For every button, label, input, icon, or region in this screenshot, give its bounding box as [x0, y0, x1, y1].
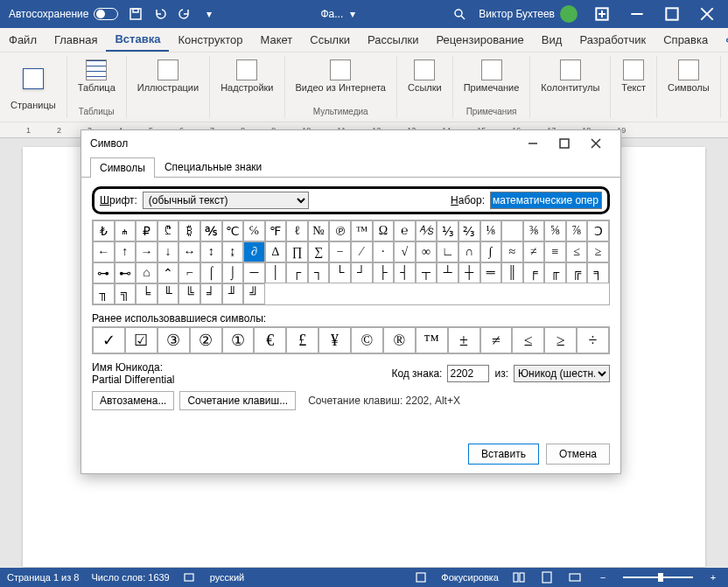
symbol-cell[interactable]: √ — [394, 241, 416, 262]
user-area[interactable]: Виктор Бухтеев — [479, 5, 578, 23]
maximize-icon[interactable] — [654, 0, 690, 28]
search-icon[interactable] — [449, 3, 470, 24]
symbol-cell[interactable]: ≡ — [544, 241, 566, 262]
symbol-cell[interactable]: ║ — [501, 262, 523, 283]
symbol-cell[interactable]: ↨ — [222, 241, 244, 262]
symbol-cell[interactable]: ╝ — [243, 283, 265, 304]
symbol-cell[interactable]: ╗ — [115, 283, 136, 304]
menu-file[interactable]: Файл — [0, 28, 46, 52]
recent-symbol-cell[interactable]: ± — [448, 327, 480, 353]
recent-symbol-cell[interactable]: ÷ — [577, 327, 609, 353]
symbol-cell[interactable]: ≠ — [523, 241, 545, 262]
symbol-cell[interactable]: → — [136, 241, 158, 262]
menu-home[interactable]: Главная — [46, 28, 106, 52]
redo-icon[interactable] — [174, 3, 195, 24]
autosave-toggle[interactable] — [94, 8, 118, 20]
symbol-cell[interactable]: ≥ — [587, 241, 609, 262]
symbol-cell[interactable]: ℉ — [265, 220, 287, 241]
dialog-maximize-icon[interactable] — [549, 130, 580, 157]
recent-symbol-cell[interactable]: ① — [222, 327, 255, 353]
symbol-cell[interactable]: ┐ — [308, 262, 330, 283]
symbol-cell[interactable]: ↕ — [200, 241, 222, 262]
symbol-cell[interactable]: ∩ — [458, 241, 480, 262]
symbol-cell[interactable]: ↔ — [178, 241, 200, 262]
symbol-cell[interactable]: ╔ — [566, 262, 588, 283]
ribbon-options-icon[interactable] — [584, 0, 620, 28]
symbol-cell[interactable]: ╛ — [200, 283, 222, 304]
code-input[interactable] — [447, 365, 489, 382]
status-focus[interactable]: Фокусировка — [441, 572, 499, 583]
symbol-cell[interactable]: ∑ — [308, 241, 330, 262]
insert-button[interactable]: Вставить — [468, 444, 539, 465]
text-button[interactable]: Текст — [618, 58, 649, 94]
symbol-cell[interactable]: − — [329, 241, 351, 262]
recent-symbol-cell[interactable]: ③ — [158, 327, 190, 353]
symbol-cell[interactable]: ₽ — [136, 220, 158, 241]
recent-symbol-cell[interactable]: £ — [286, 327, 318, 353]
symbol-cell[interactable]: ┘ — [351, 262, 373, 283]
symbol-cell[interactable]: ∟ — [437, 241, 458, 262]
font-select[interactable]: (обычный текст) — [143, 192, 309, 209]
symbol-cell[interactable]: ⅜ — [523, 220, 545, 241]
recent-symbol-cell[interactable]: ☑ — [125, 327, 158, 353]
menu-mailings[interactable]: Рассылки — [359, 28, 427, 52]
symbol-cell[interactable]: ⅞ — [566, 220, 588, 241]
recent-symbol-cell[interactable]: ② — [190, 327, 222, 353]
menu-design[interactable]: Конструктор — [169, 28, 251, 52]
symbol-cell[interactable]: ╙ — [158, 283, 179, 304]
save-icon[interactable] — [125, 3, 146, 24]
symbol-cell[interactable]: ∂ — [243, 241, 265, 262]
symbol-cell[interactable]: ≈ — [501, 241, 523, 262]
symbol-cell[interactable]: ℓ — [286, 220, 308, 241]
symbol-cell[interactable]: ≤ — [566, 241, 588, 262]
tab-symbols[interactable]: Символы — [90, 157, 155, 178]
doc-dropdown-icon[interactable]: ▾ — [350, 8, 355, 20]
dialog-minimize-icon[interactable] — [517, 130, 549, 157]
symbol-cell[interactable]: ⌡ — [222, 262, 244, 283]
recent-symbol-cell[interactable]: ≠ — [480, 327, 513, 353]
symbol-cell[interactable]: Ω — [373, 220, 395, 241]
table-button[interactable]: Таблица — [74, 58, 119, 94]
recent-symbol-cell[interactable]: © — [351, 327, 383, 353]
symbol-cell[interactable]: ╖ — [93, 283, 115, 304]
symbol-cell[interactable]: ╓ — [544, 262, 566, 283]
pages-button[interactable]: Страницы — [7, 58, 60, 112]
symbol-cell[interactable]: ₾ — [158, 220, 179, 241]
zoom-in-icon[interactable]: + — [705, 570, 721, 585]
symbol-cell[interactable] — [501, 220, 523, 241]
print-layout-icon[interactable] — [539, 570, 555, 585]
symbol-cell[interactable]: ┌ — [286, 262, 308, 283]
focus-icon[interactable] — [413, 570, 429, 585]
set-select[interactable]: математические опер — [490, 192, 602, 209]
minimize-icon[interactable] — [620, 0, 654, 28]
symbol-cell[interactable]: ∏ — [286, 241, 308, 262]
symbol-cell[interactable]: ℅ — [243, 220, 265, 241]
status-lang[interactable]: русский — [210, 572, 244, 583]
recent-symbol-cell[interactable]: ® — [383, 327, 416, 353]
symbol-cell[interactable]: ─ — [243, 262, 265, 283]
symbol-cell[interactable]: ∙ — [373, 241, 395, 262]
symbol-cell[interactable]: ™ — [351, 220, 373, 241]
symbol-cell[interactable]: ₼ — [115, 220, 136, 241]
symbol-cell[interactable]: ╚ — [178, 283, 200, 304]
symbol-cell[interactable]: ℗ — [329, 220, 351, 241]
close-icon[interactable] — [690, 0, 724, 28]
symbol-cell[interactable]: ⌃ — [158, 262, 179, 283]
shortcut-button[interactable]: Сочетание клавиш... — [179, 391, 296, 410]
recent-symbol-cell[interactable]: € — [254, 327, 286, 353]
symbol-cell[interactable]: ₺ — [93, 220, 115, 241]
symbol-cell[interactable]: ═ — [480, 262, 502, 283]
symbol-cell[interactable]: ┼ — [458, 262, 480, 283]
menu-insert[interactable]: Вставка — [106, 28, 169, 52]
symbol-cell[interactable]: ↓ — [158, 241, 179, 262]
dialog-close-icon[interactable] — [580, 130, 612, 157]
undo-icon[interactable] — [150, 3, 171, 24]
symbol-cell[interactable]: ∕ — [351, 241, 373, 262]
links-button[interactable]: Ссылки — [404, 58, 445, 94]
symbol-cell[interactable]: ╒ — [523, 262, 545, 283]
symbols-button[interactable]: Символы — [664, 58, 713, 94]
symbol-cell[interactable]: ⅔ — [458, 220, 480, 241]
status-page[interactable]: Страница 1 из 8 — [7, 572, 79, 583]
symbol-cell[interactable]: Ↄ — [587, 220, 609, 241]
qat-dropdown-icon[interactable]: ▾ — [199, 3, 220, 24]
